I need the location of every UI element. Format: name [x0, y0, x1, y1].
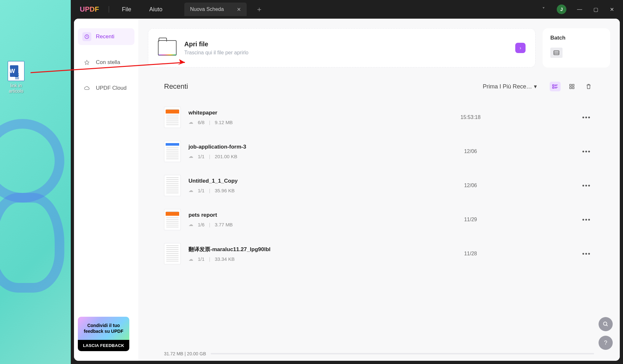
- sidebar: Recenti Con stella UPDF Cloud Condividi …: [74, 19, 138, 361]
- grid-view-button[interactable]: [566, 82, 577, 91]
- svg-rect-6: [553, 85, 554, 86]
- sidebar-item-starred[interactable]: Con stella: [78, 54, 134, 71]
- size: 33.34 KB: [215, 256, 235, 262]
- open-file-subtitle: Trascina qui il file per aprirlo: [184, 50, 248, 56]
- minimize-button[interactable]: —: [572, 3, 588, 16]
- tab-add-button[interactable]: ＋: [252, 5, 266, 14]
- thumbnail: [164, 243, 181, 264]
- svg-rect-14: [570, 87, 571, 89]
- file-date: 11/29: [362, 217, 579, 223]
- cloud-mini-icon: ☁: [188, 222, 193, 227]
- cloud-mini-icon: ☁: [188, 256, 193, 262]
- file-name: 翻译发票-maraluc11.27_lpg90lbl: [188, 246, 362, 253]
- sort-dropdown[interactable]: Prima I Più Rece… ▾: [483, 83, 537, 90]
- file-name: pets report: [188, 212, 362, 218]
- cloud-mini-icon: ☁: [188, 153, 193, 159]
- list-view-button[interactable]: [550, 82, 561, 91]
- recent-list[interactable]: whitepaper ☁ 6/8 | 9.12 MB 15:53:18 ••• …: [164, 100, 594, 349]
- star-icon: [82, 58, 91, 67]
- batch-title: Batch: [550, 35, 602, 41]
- sidebar-label: Con stella: [96, 59, 120, 66]
- file-date: 15:53:18: [362, 114, 579, 120]
- pages: 1/1: [198, 154, 205, 159]
- thumbnail: [164, 107, 181, 128]
- menu-file[interactable]: File: [113, 6, 140, 13]
- chevron-down-icon[interactable]: ˅: [536, 3, 552, 16]
- word-doc-icon: W: [8, 61, 24, 81]
- tab-new[interactable]: Nuova Scheda ✕: [184, 3, 247, 16]
- sort-label: Prima I Più Rece…: [483, 83, 532, 90]
- divider: [109, 6, 109, 13]
- clock-icon: [82, 32, 91, 41]
- size: 9.12 MB: [215, 120, 233, 125]
- storage-text: 31.72 MB | 20.00 GB: [164, 351, 206, 356]
- cloud-mini-icon: ☁: [188, 119, 193, 125]
- desktop-icon-label: link in articolo: [3, 83, 29, 94]
- more-icon[interactable]: •••: [579, 216, 594, 223]
- svg-rect-3: [554, 51, 559, 55]
- menu-help[interactable]: Aiuto: [140, 6, 171, 13]
- list-item[interactable]: job-application-form-3 ☁ 1/1 | 201.00 KB…: [164, 134, 594, 168]
- pages: 1/1: [198, 256, 205, 262]
- storage-indicator: 31.72 MB | 20.00 GB: [138, 349, 620, 361]
- file-date: 12/06: [362, 149, 579, 154]
- pages: 1/1: [198, 188, 205, 193]
- main-panel: Apri file Trascina qui il file per aprir…: [138, 19, 620, 361]
- batch-icon: [550, 48, 563, 58]
- more-icon[interactable]: •••: [579, 182, 594, 189]
- file-meta: ☁ 1/1 | 201.00 KB: [188, 153, 362, 159]
- size: 3.77 MB: [215, 222, 233, 227]
- maximize-button[interactable]: ▢: [588, 3, 604, 16]
- desktop-file-icon[interactable]: W link in articolo: [3, 61, 29, 94]
- tab-label: Nuova Scheda: [190, 6, 224, 12]
- trash-button[interactable]: [583, 82, 594, 91]
- list-item[interactable]: Untitled_1_1_Copy ☁ 1/1 | 35.96 KB 12/06…: [164, 168, 594, 203]
- thumbnail: [164, 209, 181, 230]
- batch-card[interactable]: Batch: [543, 28, 610, 68]
- open-file-title: Apri file: [184, 41, 248, 48]
- file-date: 11/28: [362, 251, 579, 257]
- storage-bar: [211, 353, 594, 354]
- app-logo: UPDF: [74, 5, 105, 14]
- caret-down-icon: ▾: [534, 83, 537, 90]
- more-icon[interactable]: •••: [579, 148, 594, 155]
- thumbnail: [164, 141, 181, 162]
- svg-rect-9: [553, 87, 554, 88]
- sidebar-label: UPDF Cloud: [96, 85, 126, 91]
- more-icon[interactable]: •••: [579, 114, 594, 121]
- list-item[interactable]: pets report ☁ 1/6 | 3.77 MB 11/29 •••: [164, 203, 594, 237]
- window-close-button[interactable]: ✕: [604, 3, 620, 16]
- svg-rect-15: [573, 87, 574, 89]
- more-icon[interactable]: •••: [579, 250, 594, 258]
- user-avatar[interactable]: J: [557, 5, 566, 14]
- recent-heading: Recenti: [164, 82, 188, 91]
- feedback-text: Condividi il tuo feedback su UPDF: [78, 317, 129, 340]
- app-window: UPDF File Aiuto Nuova Scheda ✕ ＋ ˅ J — ▢…: [71, 0, 623, 364]
- sidebar-item-recent[interactable]: Recenti: [78, 28, 134, 45]
- svg-rect-13: [573, 84, 574, 86]
- file-meta: ☁ 1/1 | 35.96 KB: [188, 187, 362, 193]
- file-meta: ☁ 1/1 | 33.34 KB: [188, 256, 362, 262]
- feedback-button[interactable]: LASCIA FEEDBACK: [78, 340, 129, 351]
- search-button[interactable]: [599, 317, 613, 331]
- help-button[interactable]: ?: [599, 336, 613, 350]
- cloud-mini-icon: ☁: [188, 187, 193, 193]
- file-meta: ☁ 6/8 | 9.12 MB: [188, 119, 362, 125]
- pages: 6/8: [198, 120, 205, 125]
- pages: 1/6: [198, 222, 205, 227]
- file-meta: ☁ 1/6 | 3.77 MB: [188, 222, 362, 227]
- feedback-card[interactable]: Condividi il tuo feedback su UPDF LASCIA…: [78, 317, 129, 351]
- file-date: 12/06: [362, 183, 579, 188]
- word-letter: W: [10, 68, 15, 75]
- list-item[interactable]: 翻译发票-maraluc11.27_lpg90lbl ☁ 1/1 | 33.34…: [164, 237, 594, 271]
- list-item[interactable]: whitepaper ☁ 6/8 | 9.12 MB 15:53:18 •••: [164, 100, 594, 134]
- sidebar-item-cloud[interactable]: UPDF Cloud: [78, 80, 134, 96]
- svg-rect-12: [570, 84, 571, 86]
- open-file-dropzone[interactable]: Apri file Trascina qui il file per aprir…: [148, 28, 536, 68]
- size: 201.00 KB: [215, 154, 237, 159]
- cloud-icon: [82, 84, 91, 93]
- file-name: whitepaper: [188, 110, 362, 116]
- thumbnail: [164, 175, 181, 196]
- chevron-right-icon[interactable]: ›: [515, 43, 526, 53]
- close-icon[interactable]: ✕: [237, 6, 241, 13]
